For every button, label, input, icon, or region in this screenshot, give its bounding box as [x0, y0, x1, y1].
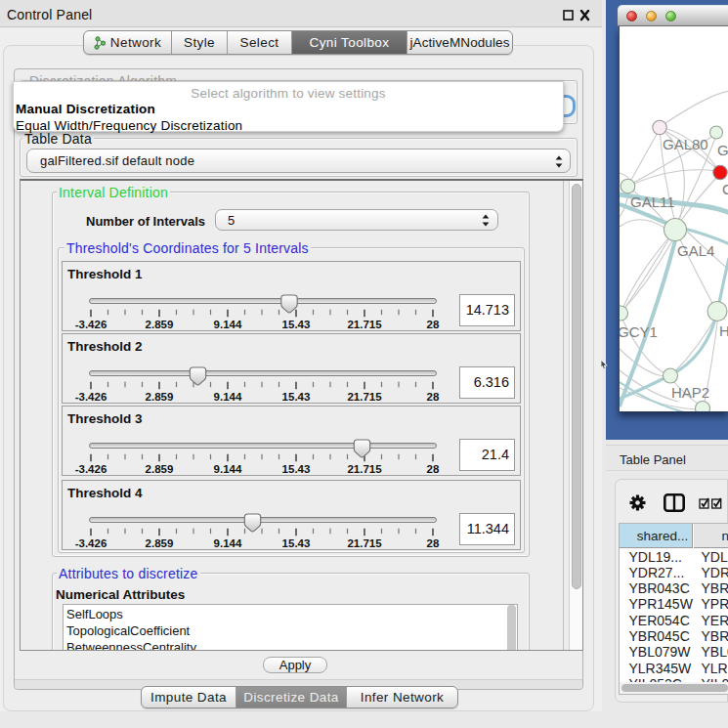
svg-text:GAL4: GAL4 [677, 242, 714, 259]
svg-text:C: C [722, 181, 728, 197]
svg-text:HAP2: HAP2 [671, 384, 709, 401]
svg-text:G: G [717, 142, 728, 158]
svg-text:GAL80: GAL80 [663, 136, 708, 152]
svg-text:GAL11: GAL11 [630, 193, 675, 210]
svg-text:GCY1: GCY1 [620, 323, 658, 340]
svg-text:H: H [719, 322, 728, 339]
